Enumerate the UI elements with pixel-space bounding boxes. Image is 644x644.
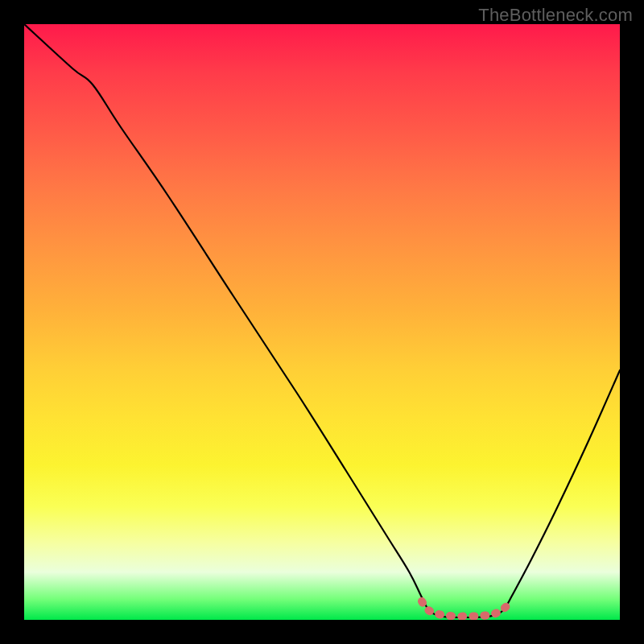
minimum-marker xyxy=(422,601,510,617)
watermark-text: TheBottleneck.com xyxy=(478,5,633,26)
plot-area xyxy=(24,24,620,620)
marker-svg xyxy=(24,24,620,620)
chart-container: TheBottleneck.com xyxy=(0,0,644,644)
